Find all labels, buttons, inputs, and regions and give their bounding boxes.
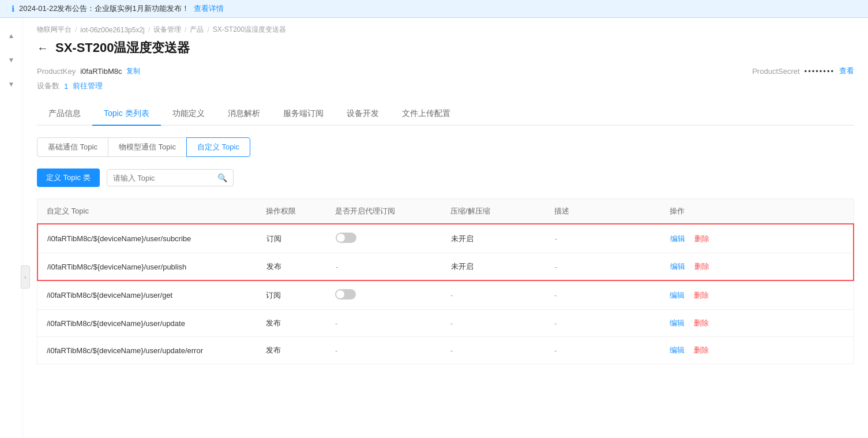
breadcrumb-current: SX-ST200温湿度变送器: [213, 25, 286, 35]
breadcrumb-sep4: /: [207, 26, 209, 34]
th-topic: 自定义 Topic: [37, 199, 257, 223]
sidebar-chevron-down2[interactable]: ▼: [6, 78, 17, 91]
action-links-1: 编辑 删除: [670, 234, 721, 244]
td-compress-2: 未开启: [442, 253, 546, 280]
define-topic-btn[interactable]: 定义 Topic 类: [37, 169, 100, 187]
device-count-row: 设备数 1 前往管理: [37, 81, 854, 91]
td-actions-2: 编辑 删除: [661, 253, 730, 280]
td-actions-3: 编辑 删除: [660, 282, 730, 309]
td-compress-5: -: [441, 338, 545, 363]
td-permission-2: 发布: [257, 253, 326, 280]
breadcrumb: 物联网平台 / iot-06z00e2613p5x2j / 设备管理 / 产品 …: [37, 18, 854, 39]
page-title: SX-ST200温湿度变送器: [55, 39, 190, 57]
edit-btn-4[interactable]: 编辑: [670, 318, 685, 328]
delete-btn-2[interactable]: 删除: [694, 261, 709, 272]
td-desc-4: -: [545, 311, 660, 336]
td-proxy-1: [326, 224, 442, 253]
td-topic-2: /i0faRTibM8c/${deviceName}/user/publish: [38, 254, 257, 279]
th-description: 描述: [545, 199, 660, 223]
td-actions-5: 编辑 删除: [660, 337, 730, 364]
announcement-text: 2024-01-22发布公告：企业版实例1月新功能发布！: [19, 3, 189, 14]
td-permission-4: 发布: [257, 310, 326, 336]
td-permission-1: 订阅: [257, 226, 326, 252]
action-links-4: 编辑 删除: [670, 318, 720, 328]
tab-model-topic[interactable]: 物模型通信 Topic: [108, 137, 187, 157]
td-desc-3: -: [545, 283, 660, 308]
announcement-bar: ℹ 2024-01-22发布公告：企业版实例1月新功能发布！ 查看详情: [0, 0, 868, 18]
td-proxy-4: -: [326, 311, 441, 336]
table-row: /i0faRTibM8c/${deviceName}/user/publish …: [38, 253, 853, 280]
proxy-toggle-1[interactable]: [336, 233, 356, 243]
tab-basic-topic[interactable]: 基础通信 Topic: [37, 137, 108, 157]
td-topic-1: /i0faRTibM8c/${deviceName}/user/subcribe: [38, 226, 257, 251]
edit-btn-2[interactable]: 编辑: [670, 261, 685, 272]
table-header: 自定义 Topic 操作权限 是否开启代理订阅 压缩/解压缩 描述 操作: [37, 199, 854, 223]
collapse-sidebar-btn[interactable]: ‹: [21, 265, 30, 289]
edit-btn-3[interactable]: 编辑: [670, 290, 685, 301]
tab-device-dev[interactable]: 设备开发: [335, 103, 390, 126]
info-icon: ℹ: [12, 4, 14, 13]
toolbar-row: 定义 Topic 类 🔍: [37, 169, 854, 187]
edit-btn-1[interactable]: 编辑: [670, 234, 685, 244]
page-header: ← SX-ST200温湿度变送器: [37, 39, 854, 57]
meta-row: ProductKey i0faRTibM8c 复制 ProductSecret …: [37, 66, 854, 76]
view-secret-btn[interactable]: 查看: [839, 66, 854, 76]
td-desc-1: -: [546, 226, 661, 251]
product-key-value: i0faRTibM8c: [80, 67, 122, 76]
edit-btn-5[interactable]: 编辑: [670, 345, 685, 355]
primary-tabs: 产品信息 Topic 类列表 功能定义 消息解析 服务端订阅 设备开发 文件上传…: [37, 103, 854, 126]
td-proxy-5: -: [326, 338, 441, 363]
td-desc-2: -: [546, 254, 661, 279]
goto-manage-link[interactable]: 前往管理: [73, 81, 103, 91]
search-icon[interactable]: 🔍: [217, 173, 227, 182]
tab-msg-parse[interactable]: 消息解析: [216, 103, 272, 126]
td-proxy-3: [326, 281, 441, 309]
sidebar-chevron-up[interactable]: ▲: [6, 29, 17, 42]
td-compress-3: -: [441, 283, 545, 308]
search-input[interactable]: [113, 174, 213, 182]
delete-btn-1[interactable]: 删除: [694, 234, 709, 244]
td-topic-4: /i0faRTibM8c/${deviceName}/user/update: [37, 311, 257, 336]
search-wrap: 🔍: [107, 169, 234, 186]
table-row: /i0faRTibM8c/${deviceName}/user/update 发…: [37, 310, 854, 337]
sidebar-chevron-down[interactable]: ▼: [6, 54, 17, 66]
device-count-value: 1: [64, 82, 68, 91]
back-button[interactable]: ←: [37, 42, 48, 55]
td-compress-1: 未开启: [442, 226, 546, 252]
breadcrumb-iot[interactable]: 物联网平台: [37, 25, 72, 35]
announcement-link[interactable]: 查看详情: [194, 3, 224, 14]
product-key-label: ProductKey: [37, 67, 76, 76]
secondary-tabs: 基础通信 Topic 物模型通信 Topic 自定义 Topic: [37, 137, 854, 157]
th-actions: 操作: [660, 199, 730, 223]
table-row: /i0faRTibM8c/${deviceName}/user/subcribe…: [38, 224, 853, 253]
action-links-5: 编辑 删除: [670, 345, 720, 355]
device-count-label: 设备数: [37, 81, 59, 91]
breadcrumb-sep1: /: [75, 26, 77, 34]
tab-product-info[interactable]: 产品信息: [37, 103, 92, 126]
td-topic-3: /i0faRTibM8c/${deviceName}/user/get: [37, 283, 257, 308]
breadcrumb-product[interactable]: 产品: [190, 25, 204, 35]
breadcrumb-device-mgmt[interactable]: 设备管理: [153, 25, 181, 35]
topic-table: 自定义 Topic 操作权限 是否开启代理订阅 压缩/解压缩 描述 操作 /i0…: [37, 199, 854, 364]
tab-func-def[interactable]: 功能定义: [161, 103, 216, 126]
table-row: /i0faRTibM8c/${deviceName}/user/get 订阅 -…: [37, 281, 854, 310]
delete-btn-4[interactable]: 删除: [694, 318, 709, 328]
action-links-2: 编辑 删除: [670, 261, 721, 272]
th-proxy-sub: 是否开启代理订阅: [326, 199, 441, 223]
tab-server-sub[interactable]: 服务端订阅: [272, 103, 335, 126]
delete-btn-3[interactable]: 删除: [694, 290, 709, 301]
highlighted-rows-group: /i0faRTibM8c/${deviceName}/user/subcribe…: [37, 223, 854, 281]
tab-custom-topic[interactable]: 自定义 Topic: [186, 137, 250, 157]
product-key-meta: ProductKey i0faRTibM8c 复制: [37, 66, 140, 76]
td-desc-5: -: [545, 338, 660, 363]
action-links-3: 编辑 删除: [670, 290, 720, 301]
copy-product-key-btn[interactable]: 复制: [126, 66, 140, 76]
delete-btn-5[interactable]: 删除: [694, 345, 709, 355]
breadcrumb-instance[interactable]: iot-06z00e2613p5x2j: [80, 26, 144, 34]
tab-file-upload[interactable]: 文件上传配置: [390, 103, 462, 126]
td-compress-4: -: [441, 311, 545, 336]
tab-topic-list[interactable]: Topic 类列表: [92, 103, 161, 126]
td-topic-5: /i0faRTibM8c/${deviceName}/user/update/e…: [37, 338, 257, 363]
product-secret-value: ••••••••: [805, 67, 835, 76]
proxy-toggle-3[interactable]: [335, 289, 356, 300]
